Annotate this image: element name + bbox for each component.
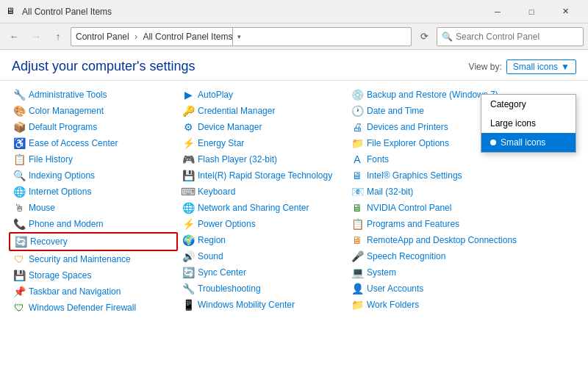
item-label: Date and Time bbox=[367, 106, 424, 116]
address-field[interactable]: Control Panel › All Control Panel Items … bbox=[71, 27, 412, 46]
item-label: System bbox=[367, 267, 396, 278]
item-icon: 🕐 bbox=[351, 105, 363, 117]
item-label: Security and Maintenance bbox=[29, 254, 131, 264]
control-panel-item[interactable]: 💾Intel(R) Rapid Storage Technology bbox=[178, 167, 347, 184]
item-label: Taskbar and Navigation bbox=[29, 286, 121, 297]
control-panel-item[interactable]: 🖥NVIDIA Control Panel bbox=[347, 200, 579, 216]
minimize-button[interactable]: ─ bbox=[481, 0, 514, 24]
control-panel-item[interactable]: 💻System bbox=[347, 264, 579, 281]
titlebar: 🖥 All Control Panel Items ─ □ ✕ bbox=[0, 0, 588, 24]
dropdown-label: Small icons bbox=[501, 137, 545, 148]
control-panel-item[interactable]: 🎮Flash Player (32-bit) bbox=[178, 151, 347, 167]
control-panel-item[interactable]: 🔑Credential Manager bbox=[178, 103, 347, 119]
addressbar: ← → ↑ Control Panel › All Control Panel … bbox=[0, 24, 588, 50]
item-label: Credential Manager bbox=[198, 106, 275, 116]
view-dropdown: Category Large icons Small icons bbox=[481, 94, 576, 153]
back-button[interactable]: ← bbox=[4, 27, 24, 46]
control-panel-item[interactable]: 📋Programs and Features bbox=[347, 216, 579, 232]
control-panel-item[interactable]: 📌Taskbar and Navigation bbox=[9, 283, 178, 300]
selected-radio-icon bbox=[490, 140, 496, 145]
control-panel-item[interactable]: 🔧Troubleshooting bbox=[178, 281, 347, 297]
item-icon: ⌨ bbox=[182, 186, 194, 198]
control-panel-item[interactable]: 📦Default Programs bbox=[9, 119, 178, 135]
viewby-label: View by: bbox=[469, 62, 502, 72]
item-label: Storage Spaces bbox=[29, 270, 91, 281]
item-icon: ▶ bbox=[182, 89, 194, 101]
control-panel-item[interactable]: 🌍Region bbox=[178, 232, 347, 248]
item-label: Energy Star bbox=[198, 138, 244, 148]
item-icon: 📁 bbox=[351, 137, 363, 149]
item-icon: 💿 bbox=[351, 89, 363, 101]
maximize-button[interactable]: □ bbox=[514, 0, 548, 24]
control-panel-item[interactable]: ⚡Energy Star bbox=[178, 135, 347, 151]
control-panel-item[interactable]: 🔄Recovery bbox=[9, 232, 178, 251]
breadcrumb: Control Panel › All Control Panel Items bbox=[76, 32, 232, 42]
item-icon: 📋 bbox=[351, 218, 363, 230]
dropdown-item-category[interactable]: Category bbox=[481, 95, 576, 114]
control-panel-item[interactable]: ⚡Power Options bbox=[178, 216, 347, 232]
item-icon: 🌐 bbox=[182, 202, 194, 214]
dropdown-item-large-icons[interactable]: Large icons bbox=[481, 114, 576, 133]
control-panel-item[interactable]: 🖥RemoteApp and Desktop Connections bbox=[347, 232, 579, 248]
main-content: Adjust your computer's settings View by:… bbox=[0, 50, 588, 376]
control-panel-item[interactable]: 📱Windows Mobility Center bbox=[178, 297, 347, 313]
item-icon: 🖥 bbox=[351, 234, 363, 246]
control-panel-item[interactable]: ♿Ease of Access Center bbox=[9, 135, 178, 151]
viewby-button[interactable]: Small icons ▼ bbox=[506, 59, 576, 74]
item-label: Indexing Options bbox=[29, 170, 95, 181]
window-title: All Control Panel Items bbox=[22, 7, 481, 17]
control-panel-item[interactable]: ⌨Keyboard bbox=[178, 184, 347, 200]
item-icon: 🖥 bbox=[351, 170, 363, 181]
close-button[interactable]: ✕ bbox=[548, 0, 582, 24]
viewby-area: View by: Small icons ▼ bbox=[469, 59, 576, 74]
forward-button[interactable]: → bbox=[26, 27, 46, 46]
search-input[interactable] bbox=[456, 32, 578, 42]
control-panel-item[interactable]: 🔍Indexing Options bbox=[9, 167, 178, 184]
up-button[interactable]: ↑ bbox=[49, 27, 68, 46]
control-panel-item[interactable]: AFonts bbox=[347, 151, 579, 167]
control-panel-item[interactable]: 🌐Internet Options bbox=[9, 184, 178, 200]
control-panel-item[interactable]: 🖱Mouse bbox=[9, 200, 178, 216]
item-label: User Accounts bbox=[367, 283, 423, 294]
item-icon: 🎤 bbox=[351, 250, 363, 262]
item-label: Keyboard bbox=[198, 187, 235, 197]
control-panel-item[interactable]: 🔄Sync Center bbox=[178, 264, 347, 281]
address-dropdown-button[interactable]: ▾ bbox=[232, 27, 245, 46]
control-panel-item[interactable]: 📋File History bbox=[9, 151, 178, 167]
control-panel-item[interactable]: 🔧Administrative Tools bbox=[9, 87, 178, 103]
control-panel-item[interactable]: 💾Storage Spaces bbox=[9, 267, 178, 283]
item-label: Power Options bbox=[198, 219, 256, 229]
item-icon: 📞 bbox=[13, 218, 25, 230]
item-icon: 💻 bbox=[351, 267, 363, 278]
control-panel-item[interactable]: 🛡Security and Maintenance bbox=[9, 251, 178, 267]
refresh-button[interactable]: ⟳ bbox=[415, 27, 434, 46]
control-panel-item[interactable]: 📞Phone and Modem bbox=[9, 216, 178, 232]
item-icon: 🔑 bbox=[182, 105, 194, 117]
item-icon: 🖱 bbox=[13, 202, 25, 214]
item-label: File History bbox=[29, 154, 73, 164]
item-label: Recovery bbox=[30, 236, 68, 247]
control-panel-item[interactable]: ▶AutoPlay bbox=[178, 87, 347, 103]
control-panel-item[interactable]: 👤User Accounts bbox=[347, 281, 579, 297]
item-icon: 🔄 bbox=[15, 236, 26, 247]
item-label: Region bbox=[198, 235, 226, 245]
item-icon: 📌 bbox=[13, 286, 25, 297]
control-panel-item[interactable]: 📁Work Folders bbox=[347, 297, 579, 313]
control-panel-item[interactable]: 📧Mail (32-bit) bbox=[347, 184, 579, 200]
item-label: Intel(R) Rapid Storage Technology bbox=[198, 170, 332, 181]
control-panel-item[interactable]: 🛡Windows Defender Firewall bbox=[9, 300, 178, 316]
item-label: Work Folders bbox=[367, 300, 419, 310]
item-icon: 📱 bbox=[182, 299, 194, 311]
control-panel-item[interactable]: 🖥Intel® Graphics Settings bbox=[347, 167, 579, 184]
item-label: Default Programs bbox=[29, 122, 97, 132]
control-panel-item[interactable]: ⚙Device Manager bbox=[178, 119, 347, 135]
item-label: Color Management bbox=[29, 106, 104, 116]
control-panel-item[interactable]: 🔊Sound bbox=[178, 248, 347, 264]
item-icon: 📦 bbox=[13, 121, 25, 133]
control-panel-item[interactable]: 🌐Network and Sharing Center bbox=[178, 200, 347, 216]
item-icon: 📋 bbox=[13, 153, 25, 165]
dropdown-item-small-icons[interactable]: Small icons bbox=[481, 133, 576, 152]
item-label: Phone and Modem bbox=[29, 219, 103, 229]
control-panel-item[interactable]: 🎤Speech Recognition bbox=[347, 248, 579, 264]
control-panel-item[interactable]: 🎨Color Management bbox=[9, 103, 178, 119]
